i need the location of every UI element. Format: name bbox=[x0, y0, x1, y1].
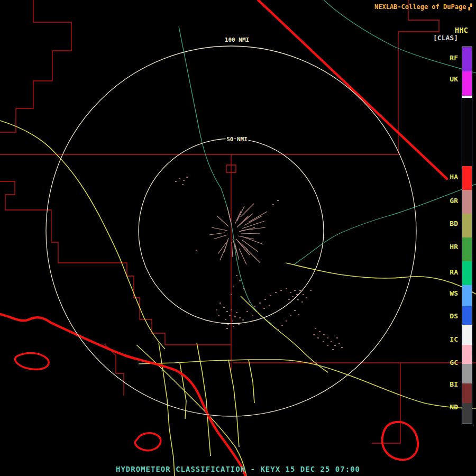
legend-label-ha: HA bbox=[450, 172, 458, 182]
echo-dot bbox=[288, 299, 290, 300]
echo-streak bbox=[220, 245, 226, 260]
echo-streak bbox=[237, 206, 244, 221]
legend-segment bbox=[462, 364, 472, 383]
echo-dot bbox=[323, 341, 324, 342]
echo-dot bbox=[281, 325, 283, 326]
legend-label-gr: GR bbox=[450, 196, 458, 206]
echo-dot bbox=[331, 341, 332, 342]
echo-streak bbox=[236, 239, 248, 250]
range-ring-label-50nmi: 50 NMI bbox=[226, 136, 248, 143]
legend-segment bbox=[462, 98, 472, 166]
echo-dot bbox=[243, 288, 245, 289]
legend-segment bbox=[462, 71, 472, 96]
county-boundaries bbox=[0, 0, 476, 443]
radar-display: 100 NMI 50 NMI NEXLAB-College of DuPage▞… bbox=[0, 0, 476, 476]
echo-streak bbox=[238, 241, 250, 255]
echo-dot bbox=[275, 292, 277, 293]
interstates bbox=[0, 0, 447, 476]
echo-dot bbox=[303, 294, 304, 295]
legend-label-ra: RA bbox=[450, 268, 458, 277]
echo-streak bbox=[249, 212, 267, 222]
echo-streak bbox=[239, 249, 246, 264]
legend-label-bi: BI bbox=[450, 380, 458, 389]
echo-dot bbox=[272, 204, 274, 205]
echo-dot bbox=[269, 305, 270, 306]
legend-label-ws: WS bbox=[450, 289, 458, 298]
echo-dot bbox=[183, 180, 185, 181]
product-caption: HYDROMETEOR CLASSIFICATION - KEYX 15 DEC… bbox=[0, 465, 476, 473]
legend-segment bbox=[462, 285, 472, 306]
legend-label-rf: RF bbox=[450, 53, 458, 63]
echo-dot bbox=[336, 337, 338, 338]
highway-diagonal-south bbox=[136, 345, 246, 476]
product-id-label: HHC bbox=[455, 26, 468, 34]
echo-dot bbox=[332, 349, 334, 350]
legend-segment bbox=[462, 325, 472, 345]
echo-dot bbox=[254, 306, 255, 307]
echo-dot bbox=[317, 337, 319, 338]
echo-streak bbox=[214, 235, 227, 239]
legend-segment bbox=[462, 403, 472, 424]
echo-streak bbox=[241, 233, 260, 234]
echo-dot bbox=[219, 303, 221, 304]
echo-dot bbox=[218, 315, 219, 316]
echo-streak bbox=[238, 236, 254, 239]
echo-dot bbox=[225, 319, 226, 320]
legend-label-hr: HR bbox=[450, 242, 458, 252]
county-line-west-steps bbox=[0, 181, 231, 345]
legend-segment bbox=[462, 214, 472, 237]
echo-streak bbox=[239, 214, 253, 225]
echo-dot bbox=[264, 299, 266, 300]
range-ring-label-100nmi: 100 NMI bbox=[225, 36, 249, 43]
echo-dot bbox=[313, 334, 315, 335]
echo-dot bbox=[290, 315, 291, 316]
echo-dot bbox=[257, 312, 259, 313]
rivers bbox=[179, 0, 476, 324]
echo-streak bbox=[235, 210, 241, 224]
echo-dot bbox=[310, 290, 312, 291]
echo-dot bbox=[186, 177, 188, 178]
interstate-south bbox=[0, 314, 245, 476]
legend-segment bbox=[462, 345, 472, 364]
highway-connector-2 bbox=[249, 360, 254, 403]
county-line-topright bbox=[398, 0, 439, 154]
echo-dot bbox=[294, 290, 296, 291]
echo-dot bbox=[277, 329, 279, 330]
echo-dot bbox=[298, 314, 299, 315]
county-line-topleft bbox=[0, 0, 71, 132]
echo-dot bbox=[239, 317, 241, 318]
echo-dot bbox=[334, 345, 336, 346]
highway-vertical-2 bbox=[197, 343, 210, 456]
echo-dot bbox=[246, 311, 248, 312]
echo-dot bbox=[327, 337, 328, 338]
echo-dot bbox=[175, 181, 177, 182]
echo-dot bbox=[315, 328, 316, 329]
echo-dot bbox=[179, 178, 180, 179]
echo-dot bbox=[341, 347, 343, 348]
echo-dot bbox=[323, 334, 325, 335]
highway-center-east bbox=[286, 263, 476, 294]
college-logo-icon: ▞ bbox=[468, 4, 472, 11]
header-source: NEXLAB-College of DuPage▞ bbox=[374, 3, 472, 11]
legend-segment bbox=[462, 261, 472, 285]
echo-dot bbox=[270, 295, 271, 296]
echo-dot bbox=[249, 301, 250, 303]
echo-streak bbox=[246, 249, 260, 263]
interstate-diagonal-ne bbox=[258, 0, 447, 179]
legend-segment bbox=[462, 306, 472, 325]
echo-dot bbox=[296, 294, 298, 295]
echo-streak bbox=[212, 227, 227, 231]
echo-dot bbox=[231, 294, 232, 295]
legend-label-gc: GC bbox=[450, 358, 458, 368]
echo-streak bbox=[217, 216, 228, 226]
legend-segment bbox=[462, 383, 472, 403]
echo-dot bbox=[286, 321, 287, 322]
echo-dot bbox=[232, 321, 233, 322]
echo-dot bbox=[292, 296, 294, 297]
echo-streak bbox=[233, 239, 237, 253]
echo-streak bbox=[242, 240, 258, 252]
echo-dot bbox=[327, 345, 328, 346]
highway-vertical-3 bbox=[228, 360, 239, 447]
echo-dot bbox=[216, 309, 217, 310]
echo-dot bbox=[319, 331, 321, 332]
